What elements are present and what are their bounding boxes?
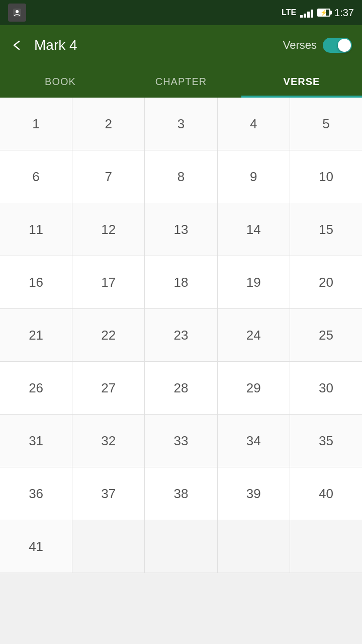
grid-cell-32[interactable]: 32 [72, 415, 145, 467]
grid-cell-empty [218, 520, 290, 573]
app-bar: Mark 4 Verses [0, 25, 362, 65]
grid-cell-25[interactable]: 25 [290, 309, 362, 361]
grid-cell-1[interactable]: 1 [0, 98, 72, 150]
toggle-knob [338, 39, 351, 52]
grid-cell-9[interactable]: 9 [218, 150, 290, 203]
grid-cell-36[interactable]: 36 [0, 467, 72, 520]
grid-row: 2627282930 [0, 362, 362, 415]
signal-icon [300, 8, 313, 18]
back-button[interactable] [10, 38, 24, 52]
tab-verse[interactable]: VERSE [241, 65, 362, 98]
grid-cell-38[interactable]: 38 [145, 467, 217, 520]
grid-row: 3637383940 [0, 467, 362, 520]
verses-label: Verses [283, 39, 317, 52]
grid-cell-30[interactable]: 30 [290, 362, 362, 414]
grid-cell-6[interactable]: 6 [0, 150, 72, 203]
grid-cell-29[interactable]: 29 [218, 362, 290, 414]
lte-indicator: LTE [282, 8, 296, 17]
grid-cell-33[interactable]: 33 [145, 415, 217, 467]
tab-bar: BOOK CHAPTER VERSE [0, 65, 362, 98]
grid-cell-31[interactable]: 31 [0, 415, 72, 467]
grid-row: 678910 [0, 150, 362, 203]
grid-cell-26[interactable]: 26 [0, 362, 72, 414]
grid-row: 2122232425 [0, 309, 362, 362]
battery-icon: ⚡ [317, 9, 330, 17]
app-icon [8, 4, 26, 22]
grid-row: 3132333435 [0, 415, 362, 467]
tab-chapter[interactable]: CHAPTER [121, 65, 241, 98]
grid-cell-27[interactable]: 27 [72, 362, 145, 414]
grid-cell-19[interactable]: 19 [218, 256, 290, 308]
grid-cell-3[interactable]: 3 [145, 98, 217, 150]
grid-cell-7[interactable]: 7 [72, 150, 145, 203]
grid-cell-11[interactable]: 11 [0, 203, 72, 256]
tab-verse-label: VERSE [284, 76, 320, 88]
grid-cell-4[interactable]: 4 [218, 98, 290, 150]
grid-cell-13[interactable]: 13 [145, 203, 217, 256]
tab-book-label: BOOK [45, 76, 76, 88]
verse-grid: 1234567891011121314151617181920212223242… [0, 98, 362, 573]
grid-cell-20[interactable]: 20 [290, 256, 362, 308]
clock: 1:37 [334, 7, 354, 19]
grid-cell-39[interactable]: 39 [218, 467, 290, 520]
grid-cell-5[interactable]: 5 [290, 98, 362, 150]
svg-point-1 [16, 10, 19, 13]
tab-chapter-label: CHAPTER [155, 76, 207, 88]
status-bar-left [8, 4, 26, 22]
grid-cell-15[interactable]: 15 [290, 203, 362, 256]
grid-cell-10[interactable]: 10 [290, 150, 362, 203]
grid-row: 41 [0, 520, 362, 573]
grid-row: 12345 [0, 98, 362, 150]
grid-cell-21[interactable]: 21 [0, 309, 72, 361]
tab-book[interactable]: BOOK [0, 65, 121, 98]
status-bar: LTE ⚡ 1:37 [0, 0, 362, 25]
grid-cell-2[interactable]: 2 [72, 98, 145, 150]
grid-cell-40[interactable]: 40 [290, 467, 362, 520]
grid-cell-34[interactable]: 34 [218, 415, 290, 467]
status-bar-right: LTE ⚡ 1:37 [282, 7, 354, 19]
grid-cell-22[interactable]: 22 [72, 309, 145, 361]
grid-cell-17[interactable]: 17 [72, 256, 145, 308]
grid-cell-empty [72, 520, 145, 573]
toggle-switch[interactable] [323, 38, 352, 53]
grid-row: 1112131415 [0, 203, 362, 256]
grid-cell-12[interactable]: 12 [72, 203, 145, 256]
grid-cell-35[interactable]: 35 [290, 415, 362, 467]
grid-cell-16[interactable]: 16 [0, 256, 72, 308]
grid-cell-24[interactable]: 24 [218, 309, 290, 361]
grid-cell-37[interactable]: 37 [72, 467, 145, 520]
grid-cell-41[interactable]: 41 [0, 520, 72, 573]
grid-cell-28[interactable]: 28 [145, 362, 217, 414]
grid-cell-empty [290, 520, 362, 573]
app-title: Mark 4 [34, 37, 283, 53]
grid-cell-23[interactable]: 23 [145, 309, 217, 361]
verses-toggle[interactable]: Verses [283, 38, 352, 53]
grid-cell-8[interactable]: 8 [145, 150, 217, 203]
grid-row: 1617181920 [0, 256, 362, 309]
grid-cell-empty [145, 520, 217, 573]
grid-cell-18[interactable]: 18 [145, 256, 217, 308]
grid-cell-14[interactable]: 14 [218, 203, 290, 256]
